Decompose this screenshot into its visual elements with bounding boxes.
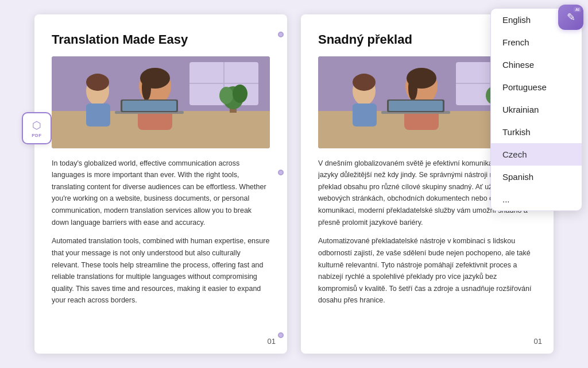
connector-dot-middle: [278, 170, 284, 175]
svg-point-38: [353, 74, 376, 91]
pdf-icon[interactable]: ⬡ PDF: [22, 112, 52, 144]
dropdown-item-more[interactable]: ...: [491, 188, 582, 210]
right-page-number: 01: [534, 337, 542, 346]
dropdown-item-chinese[interactable]: Chinese: [491, 53, 582, 76]
svg-point-15: [219, 87, 233, 104]
left-image-scene: [52, 56, 270, 148]
left-page-number: 01: [268, 337, 276, 346]
connector-dot-bottom: [278, 332, 284, 338]
ai-translate-button[interactable]: ✎ AI: [558, 5, 583, 30]
pdf-label: PDF: [32, 133, 42, 138]
right-paragraph-2: Automatizované překladatelské nástroje v…: [318, 235, 536, 306]
svg-point-16: [233, 85, 247, 103]
dropdown-item-portuguese[interactable]: Portuguese: [491, 76, 582, 98]
dropdown-item-spanish[interactable]: Spanish: [491, 166, 582, 188]
ai-pencil-icon: ✎: [567, 11, 575, 24]
svg-point-8: [142, 75, 151, 101]
left-card-title: Translation Made Easy: [52, 32, 270, 48]
svg-point-28: [408, 75, 417, 101]
language-dropdown: English French Chinese Portuguese Ukrain…: [490, 8, 582, 211]
left-paragraph-1: In today's globalized world, effective c…: [52, 158, 270, 229]
left-paragraph-2: Automated translation tools, combined wi…: [52, 235, 270, 306]
svg-rect-12: [122, 101, 176, 111]
ai-badge: AI: [574, 7, 581, 12]
svg-rect-39: [353, 103, 377, 126]
left-page-card: ⬡ PDF Translation Made Easy: [34, 14, 287, 354]
connector-dot-top: [278, 32, 284, 37]
dropdown-item-french[interactable]: French: [491, 31, 582, 53]
left-card-image: [52, 56, 270, 148]
dropdown-item-czech[interactable]: Czech: [491, 143, 582, 166]
svg-rect-32: [389, 101, 443, 111]
svg-rect-19: [86, 103, 110, 126]
pdf-symbol: ⬡: [32, 119, 41, 132]
svg-point-18: [86, 74, 109, 91]
dropdown-item-ukrainian[interactable]: Ukrainian: [491, 98, 582, 121]
dropdown-item-turkish[interactable]: Turkish: [491, 121, 582, 143]
